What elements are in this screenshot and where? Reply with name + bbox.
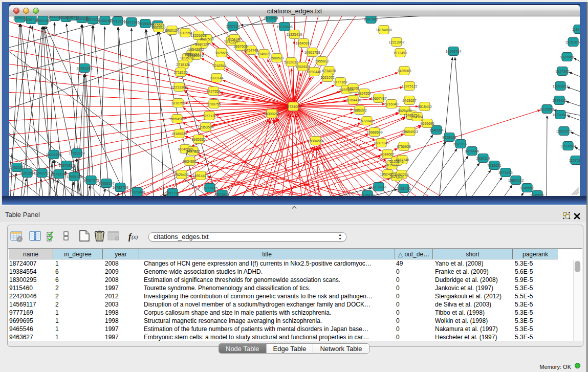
svg-text:754964: 754964 [411,115,423,119]
svg-text:20206535: 20206535 [46,153,61,157]
svg-text:(x): (x) [132,234,138,240]
svg-text:17957275: 17957275 [83,179,99,182]
svg-text:1433426: 1433426 [397,187,410,190]
svg-text:7955812: 7955812 [315,59,329,63]
svg-text:9777169: 9777169 [333,80,347,84]
svg-text:12942717: 12942717 [34,171,50,175]
svg-text:6216049: 6216049 [384,102,398,106]
svg-text:15692971: 15692971 [556,129,572,133]
svg-text:10688609: 10688609 [366,130,382,134]
svg-text:9329966: 9329966 [560,55,574,59]
svg-text:9245092: 9245092 [530,193,544,196]
svg-text:2935114: 2935114 [476,157,490,160]
svg-text:13226058: 13226058 [190,34,206,37]
svg-text:3267130: 3267130 [202,114,216,118]
svg-text:1935335: 1935335 [191,138,205,141]
svg-text:19384554: 19384554 [308,139,323,143]
svg-text:10958107: 10958107 [98,182,114,185]
svg-text:14391594: 14391594 [19,171,35,175]
svg-text:7625402: 7625402 [175,173,188,177]
svg-text:12213369: 12213369 [171,85,187,89]
svg-text:9699695: 9699695 [420,122,434,125]
svg-text:9025438: 9025438 [398,109,411,113]
svg-text:1615132: 1615132 [385,163,399,167]
svg-text:15716485: 15716485 [202,186,217,190]
svg-text:18807249: 18807249 [373,141,389,145]
svg-text:1452214: 1452214 [395,173,408,177]
svg-text:8215953: 8215953 [540,107,554,111]
svg-text:7886372: 7886372 [353,108,366,112]
svg-text:14136141: 14136141 [371,185,386,189]
svg-text:16210643: 16210643 [552,113,568,117]
svg-text:10671955: 10671955 [123,20,139,24]
svg-text:8454749: 8454749 [244,49,258,52]
svg-text:2803144: 2803144 [209,76,223,80]
svg-text:16782759: 16782759 [112,186,128,189]
svg-text:9146821: 9146821 [257,52,271,56]
svg-text:12505135: 12505135 [66,175,82,179]
svg-text:12093822: 12093822 [552,84,568,88]
svg-text:746266: 746266 [347,86,359,90]
svg-text:10607487: 10607487 [371,97,386,100]
svg-text:8960124: 8960124 [165,29,179,32]
svg-text:8471676: 8471676 [498,171,512,174]
svg-text:10654112: 10654112 [508,179,524,182]
svg-text:20691406: 20691406 [35,19,51,23]
svg-text:10961758: 10961758 [304,51,320,54]
svg-text:1463746: 1463746 [395,158,409,162]
svg-text:20053346: 20053346 [76,67,92,70]
svg-text:9135470: 9135470 [360,193,374,196]
svg-text:7588520: 7588520 [270,56,284,60]
svg-text:10975887: 10975887 [58,164,74,167]
svg-text:3824554: 3824554 [357,92,371,95]
svg-text:9245652: 9245652 [520,186,534,190]
svg-text:17016504: 17016504 [560,144,576,148]
svg-text:20364436: 20364436 [345,98,361,102]
svg-text:1112453: 1112453 [572,28,580,31]
svg-text:19654985: 19654985 [169,117,185,121]
svg-text:9756928: 9756928 [397,145,410,148]
svg-text:1010755: 1010755 [171,101,185,105]
svg-text:17353924: 17353924 [69,151,84,155]
svg-text:8990448: 8990448 [307,70,321,74]
svg-text:1427552: 1427552 [206,90,220,93]
svg-text:12353594: 12353594 [198,125,213,129]
svg-text:7632621: 7632621 [487,164,501,167]
svg-text:1640954: 1640954 [429,128,443,132]
svg-text:12975115: 12975115 [402,84,418,88]
svg-text:3875685: 3875685 [214,51,228,55]
svg-text:1973493: 1973493 [393,51,407,55]
svg-text:8958928: 8958928 [442,136,456,139]
svg-text:2718126: 2718126 [176,63,190,67]
svg-text:10648784: 10648784 [445,50,461,53]
svg-text:1167534: 1167534 [569,159,580,162]
svg-text:7357224: 7357224 [226,25,239,28]
svg-text:9457771: 9457771 [165,191,179,195]
svg-text:11923448: 11923448 [129,190,145,194]
svg-text:1435061: 1435061 [10,166,24,169]
svg-text:19654923: 19654923 [402,130,418,134]
svg-text:18640910: 18640910 [295,41,311,45]
svg-text:9084067: 9084067 [380,152,394,156]
svg-text:7663822: 7663822 [151,26,165,30]
svg-text:7905813: 7905813 [215,193,229,196]
svg-text:5322037: 5322037 [284,60,298,64]
svg-text:3497822: 3497822 [186,149,200,153]
svg-text:7485063: 7485063 [397,69,411,73]
svg-text:8813054: 8813054 [264,16,278,20]
svg-text:1621072: 1621072 [320,76,334,79]
svg-text:9518440: 9518440 [418,105,431,108]
svg-text:2087682: 2087682 [364,17,378,21]
svg-text:19218506: 19218506 [276,25,292,29]
svg-text:16154808: 16154808 [376,28,391,32]
svg-text:1854746: 1854746 [227,37,241,41]
svg-text:9627509: 9627509 [200,37,213,41]
svg-text:6734028: 6734028 [322,69,336,73]
svg-text:1362615: 1362615 [295,65,309,69]
svg-text:15751074: 15751074 [565,40,580,44]
svg-text:9474444: 9474444 [465,149,478,153]
svg-text:9896012: 9896012 [180,56,194,60]
svg-text:2867608: 2867608 [233,45,247,48]
svg-text:11325419: 11325419 [287,33,302,36]
svg-text:1244415: 1244415 [552,99,566,102]
